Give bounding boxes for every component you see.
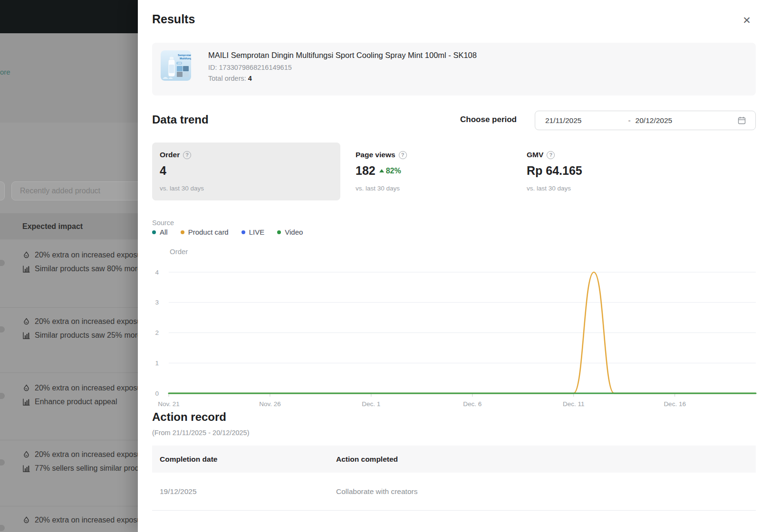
metric-pageviews-sub: vs. last 30 days [356, 185, 407, 192]
row-text: Enhance product appeal [35, 398, 117, 406]
background-page: ore Recently added product Expected impa… [0, 0, 143, 532]
svg-text:Dec. 16: Dec. 16 [664, 400, 686, 408]
metric-order-label: Order [160, 151, 180, 159]
svg-text:Nov. 26: Nov. 26 [259, 400, 281, 408]
svg-text:2: 2 [155, 329, 159, 336]
close-icon[interactable]: ✕ [740, 13, 754, 28]
gauge-icon [22, 251, 31, 260]
legend-dot [277, 230, 281, 234]
gauge-icon [22, 516, 31, 525]
background-link-fragment: ore [0, 68, 10, 76]
period-end-value: 20/12/2025 [636, 116, 673, 125]
table-header-row: Completion date Action completed [152, 446, 756, 473]
cell-action-completed: Collaborate with creators [336, 487, 756, 496]
bar-chart-icon [22, 464, 31, 473]
table-row: 19/12/2025 Collaborate with creators [152, 473, 756, 511]
gauge-icon [22, 384, 31, 393]
product-summary-card: Semprotan Dingin Multifungsi 100 MAILI S… [152, 43, 756, 95]
background-banner [0, 33, 143, 123]
expected-impact-row: Similar products saw 80% more [22, 264, 143, 274]
action-record-table: Completion date Action completed 19/12/2… [152, 446, 756, 511]
metric-order-sub: vs. last 30 days [160, 185, 204, 192]
svg-text:Dec. 1: Dec. 1 [362, 400, 380, 408]
background-search-input: Recently added product [11, 181, 143, 200]
svg-text:4: 4 [155, 269, 159, 276]
row-divider [0, 440, 143, 440]
bar-chart-icon [22, 265, 31, 274]
help-icon[interactable]: ? [547, 151, 555, 159]
svg-text:Nov. 21: Nov. 21 [158, 400, 180, 408]
metric-card-order[interactable]: Order ? 4 vs. last 30 days [160, 142, 204, 192]
col-action-completed: Action completed [336, 455, 756, 464]
period-separator: - [628, 116, 630, 125]
legend-item-video[interactable]: Video [277, 228, 303, 236]
product-id: ID: 1733079868216149615 [208, 64, 292, 71]
svg-text:100: 100 [178, 62, 182, 65]
legend-item-all[interactable]: All [152, 228, 168, 236]
date-range-input[interactable]: 21/11/2025 - 20/12/2025 [535, 111, 756, 130]
modal-title: Results [152, 12, 195, 26]
source-legend: All Product card LIVE Video [152, 228, 303, 236]
row-text: 20% extra on increased exposure [35, 251, 143, 259]
bar-chart-icon [22, 331, 31, 340]
row-divider [0, 506, 143, 506]
svg-text:3: 3 [155, 299, 159, 306]
background-filter-dropdown [0, 181, 5, 200]
row-text: 20% extra on increased exposure [35, 450, 143, 459]
background-table-header: Expected impact [0, 213, 143, 239]
choose-period-label: Choose period [460, 115, 517, 124]
action-record-heading: Action record [152, 410, 226, 424]
row-text: 77% sellers selling similar products [35, 464, 143, 473]
background-search-placeholder: Recently added product [20, 187, 100, 195]
help-icon[interactable]: ? [183, 151, 191, 159]
metric-gmv-sub: vs. last 30 days [527, 185, 582, 192]
legend-dot [181, 230, 184, 234]
metric-gmv-label: GMV [527, 151, 543, 159]
expected-impact-row: Enhance product appeal [22, 397, 143, 407]
metric-pageviews-value: 182 [356, 164, 376, 178]
product-total-orders: Total orders: 4 [208, 75, 252, 82]
expected-impact-row: 20% extra on increased exposure [22, 317, 143, 326]
arrow-up-icon [379, 169, 384, 172]
chart-y-axis-title: Order [170, 247, 188, 256]
expected-impact-row: 20% extra on increased exposure [22, 450, 143, 459]
background-top-nav [0, 0, 143, 33]
legend-dot [152, 230, 156, 234]
gauge-icon [22, 317, 31, 326]
bar-chart-icon [22, 398, 31, 407]
legend-item-live[interactable]: LIVE [241, 228, 265, 236]
legend-dot [241, 230, 245, 234]
metric-card-page-views[interactable]: Page views ? 182 82% vs. last 30 days [356, 142, 407, 192]
row-text: 20% extra on increased exposure [35, 516, 143, 524]
legend-item-product-card[interactable]: Product card [181, 228, 229, 236]
svg-text:1: 1 [155, 360, 159, 367]
source-label: Source [152, 219, 174, 227]
period-start-value: 21/11/2025 [545, 116, 581, 125]
expected-impact-row: Similar products saw 25% more [22, 331, 143, 340]
metric-pageviews-label: Page views [356, 151, 395, 159]
col-completion-date: Completion date [152, 455, 336, 464]
total-orders-value: 4 [248, 75, 252, 82]
row-divider [0, 307, 143, 308]
expected-impact-row: 77% sellers selling similar products [22, 464, 143, 473]
expected-impact-row: 20% extra on increased exposure [22, 250, 143, 260]
metric-pageviews-delta: 82% [379, 167, 401, 175]
expected-impact-header: Expected impact [22, 222, 83, 231]
metric-order-value: 4 [160, 164, 204, 178]
row-text: Similar products saw 25% more [35, 331, 142, 340]
action-record-range: (From 21/11/2025 - 20/12/2025) [152, 429, 249, 437]
gauge-icon [22, 450, 31, 459]
product-thumbnail: Semprotan Dingin Multifungsi 100 [161, 50, 191, 81]
svg-text:Semprotan Dingin: Semprotan Dingin [178, 54, 191, 57]
svg-text:0: 0 [155, 390, 159, 397]
row-text: 20% extra on increased exposure [35, 384, 143, 392]
expected-impact-row: 20% extra on increased exposure [22, 383, 143, 393]
expected-impact-row: 20% extra on increased exposure [22, 515, 143, 525]
svg-text:Dec. 6: Dec. 6 [463, 400, 482, 408]
calendar-icon [738, 116, 746, 124]
metric-gmv-value: Rp 64.165 [527, 164, 582, 178]
metric-card-gmv[interactable]: GMV ? Rp 64.165 vs. last 30 days [527, 142, 582, 192]
svg-text:Dec. 11: Dec. 11 [563, 400, 585, 408]
help-icon[interactable]: ? [399, 151, 407, 159]
order-trend-chart: 01234Nov. 21Nov. 26Dec. 1Dec. 6Dec. 11De… [138, 256, 761, 413]
